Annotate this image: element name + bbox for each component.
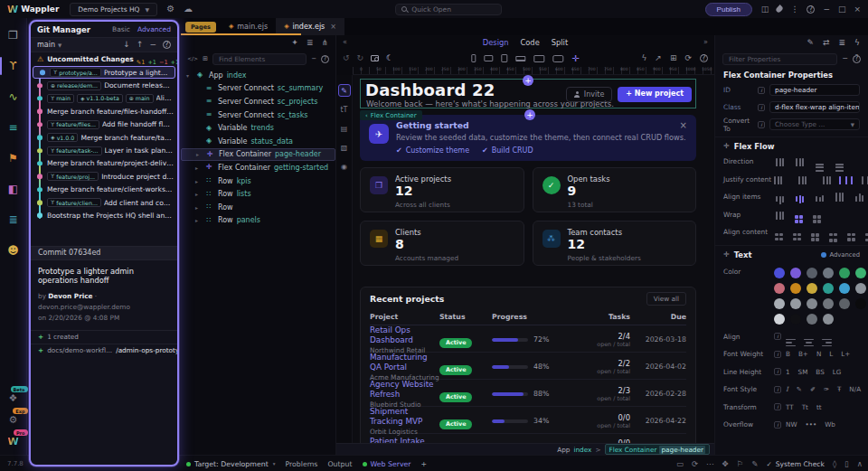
tree-item-page-header[interactable]: ▸✛Flex Containerpage-header	[181, 148, 335, 162]
ac-end-option-icon[interactable]	[810, 223, 820, 241]
domtree-icon[interactable]: ⋔	[321, 39, 328, 47]
color-swatch[interactable]	[823, 268, 834, 278]
git-mode-basic[interactable]: Basic	[112, 25, 130, 33]
option-bs[interactable]: BS	[816, 368, 824, 376]
visibility-tool-icon[interactable]: ◉	[338, 160, 351, 173]
activity-item-routing[interactable]: ⚑	[4, 146, 24, 170]
responsive-move-icon[interactable]: ✛	[571, 54, 579, 63]
advanced-toggle[interactable]: Advanced	[821, 251, 860, 259]
text-tool-icon[interactable]: tT	[338, 103, 351, 116]
option-i[interactable]: I	[786, 385, 788, 393]
option-nw[interactable]: NW	[786, 420, 797, 429]
web-server-button[interactable]: Web Server	[363, 460, 411, 468]
moon-icon[interactable]: ☾	[386, 54, 393, 62]
swap-icon[interactable]: ⇄	[823, 39, 830, 47]
ref-badge[interactable]: ◈v1.1.0-beta	[77, 94, 123, 103]
chevron-right-icon[interactable]: ▸	[195, 178, 203, 184]
changed-file-row[interactable]: + docs/demo-workfl... /admin-ops-prototy…	[31, 344, 177, 357]
tablet-icon[interactable]	[501, 54, 507, 62]
bolt-icon[interactable]: ϟ	[641, 54, 646, 62]
commit-row[interactable]: ◈v1.0.0Merge branch feature/task-wor...	[31, 131, 177, 144]
refresh-icon[interactable]: ⟳	[692, 460, 698, 468]
activity-item-database[interactable]: ≡	[4, 116, 24, 139]
trash-icon[interactable]: ▯	[844, 460, 849, 468]
color-swatch[interactable]	[807, 314, 817, 325]
chevron-down-icon[interactable]: ▾	[186, 72, 194, 79]
close-icon[interactable]: ×	[854, 5, 861, 14]
stack-icon[interactable]: ≣	[839, 39, 846, 47]
view-tab-design[interactable]: Design	[483, 38, 509, 47]
commit-row[interactable]: ϒfeature/clien...Add client and contact …	[31, 196, 177, 209]
ref-badge[interactable]: ⊕release/dem...	[47, 81, 101, 90]
option-n[interactable]: N	[816, 350, 821, 358]
cloud-sync-icon[interactable]: ☁	[184, 5, 193, 14]
center-option-icon[interactable]	[796, 171, 809, 188]
color-swatch[interactable]	[790, 283, 801, 294]
row-reverse-option-icon[interactable]	[794, 153, 806, 170]
system-check-button[interactable]: ✓ System Check	[766, 460, 824, 468]
color-swatch[interactable]	[790, 268, 801, 278]
collapse-left-icon[interactable]: «	[343, 39, 347, 46]
close-tab-icon[interactable]: ×	[330, 23, 336, 31]
option-l[interactable]: L	[829, 350, 833, 358]
color-swatch[interactable]	[823, 314, 834, 325]
tree-item-getting-started[interactable]: ▸✛Flex Containergetting-started	[181, 161, 335, 174]
ref-badge[interactable]: ϒfeature/clien...	[47, 198, 101, 207]
project-row[interactable]: Shipment Tracking MVPOrbit LogisticsActi…	[370, 407, 686, 434]
grid-icon[interactable]: ⊞	[670, 54, 677, 62]
ac-stretch-option-icon[interactable]	[864, 222, 868, 241]
eraser-icon[interactable]: ◊	[833, 460, 836, 468]
ai-stretch-option-icon[interactable]	[834, 188, 845, 205]
help-icon[interactable]: ?	[853, 55, 861, 63]
start-option-icon[interactable]	[774, 171, 788, 188]
color-swatch[interactable]	[823, 298, 834, 309]
edit-props-icon[interactable]: ✎	[807, 39, 814, 47]
ref-badge[interactable]: ϒfeature/proj...	[47, 172, 99, 181]
color-swatch[interactable]	[839, 298, 850, 309]
theme-droplet-icon[interactable]	[775, 5, 784, 14]
color-swatch[interactable]	[855, 283, 866, 294]
activity-item-git[interactable]: ϒ	[4, 54, 24, 78]
option-l-[interactable]: L+	[841, 350, 850, 358]
ac-around-option-icon[interactable]	[846, 222, 856, 241]
help-icon[interactable]: ?	[321, 55, 329, 63]
insert-before-button[interactable]: +	[523, 75, 533, 86]
option--[interactable]: ✑	[824, 385, 829, 393]
project-name[interactable]: Shipment Tracking MVP	[370, 407, 439, 428]
ac-center-option-icon[interactable]	[792, 222, 802, 241]
ref-badge[interactable]: ◈v1.0.0	[47, 133, 78, 142]
option-n-a[interactable]: N/A	[849, 385, 861, 393]
filter-properties-input[interactable]: Filter Properties	[722, 53, 837, 65]
project-selector[interactable]: Demo Projects HQ ▼	[70, 3, 157, 16]
style-tool-icon[interactable]: ▧	[338, 141, 351, 154]
ref-badge[interactable]: ⊕main	[126, 94, 154, 103]
chevron-right-icon[interactable]: ▸	[195, 191, 203, 197]
info-icon[interactable]: i	[774, 351, 781, 358]
color-swatch[interactable]	[790, 298, 801, 309]
insert-after-button[interactable]: +	[524, 109, 535, 120]
invite-button[interactable]: Invite	[566, 87, 612, 102]
layers-icon[interactable]: ≣	[307, 39, 314, 47]
activity-item-assistant[interactable]: ☻	[4, 239, 24, 262]
option-tt[interactable]: tt	[816, 403, 822, 411]
wrap-option-icon[interactable]	[794, 205, 804, 224]
ac-between-option-icon[interactable]	[828, 222, 838, 242]
nowrap-option-icon[interactable]	[774, 206, 786, 223]
bolt-icon[interactable]: ϟ	[854, 39, 860, 47]
tree-item-status_data[interactable]: ◈Variablestatus_data	[181, 135, 335, 148]
tree-item-sc_summary[interactable]: ≡Server Connectsc_summary	[181, 82, 335, 96]
commit-row[interactable]: Merge branch feature/files-handoff into …	[31, 105, 177, 118]
option-tt[interactable]: Tt	[802, 403, 808, 411]
option--[interactable]: Ŧ	[837, 385, 841, 393]
collapse-minus-icon[interactable]: −	[842, 55, 848, 62]
ref-badge[interactable]: ϒfeature/task-...	[47, 146, 102, 155]
tree-item-sc_tasks[interactable]: ≡Server Connectsc_tasks	[181, 108, 335, 122]
chevron-right-icon[interactable]: ▸	[195, 217, 203, 223]
tree-item-lists[interactable]: ▸∷Rowlists	[181, 187, 335, 201]
commit-row[interactable]: ϒfeature/files...Add file handoff flows …	[31, 118, 177, 131]
option-1[interactable]: 1	[786, 368, 790, 376]
commit-row[interactable]: Merge branch feature/client-workspace in…	[31, 184, 177, 196]
row-option-icon[interactable]	[774, 153, 786, 170]
color-swatch[interactable]	[823, 283, 834, 294]
tree-item-kpis[interactable]: ▸∷Rowkpis	[181, 174, 335, 188]
